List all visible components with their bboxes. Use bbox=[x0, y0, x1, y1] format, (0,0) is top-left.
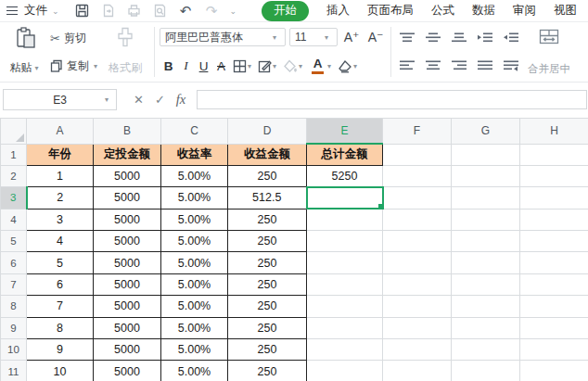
name-box[interactable]: E3 ▾ bbox=[3, 89, 117, 110]
row-header-2[interactable]: 2 bbox=[1, 165, 27, 186]
row-header-7[interactable]: 7 bbox=[1, 273, 27, 295]
tab-页面布局[interactable]: 页面布局 bbox=[367, 3, 414, 19]
cell-D3[interactable]: 512.5 bbox=[228, 187, 307, 209]
cell-D6[interactable]: 250 bbox=[228, 252, 307, 273]
cell-C11[interactable]: 5.00% bbox=[161, 361, 228, 381]
cell-G5[interactable] bbox=[452, 231, 520, 252]
file-menu[interactable]: 文件 ⌄ bbox=[6, 3, 59, 19]
font-color-select[interactable]: A ▾ bbox=[309, 57, 335, 75]
cell-F7[interactable] bbox=[383, 273, 452, 295]
cell-A4[interactable]: 3 bbox=[27, 209, 94, 230]
cell-G8[interactable] bbox=[452, 296, 520, 317]
align-center-button[interactable] bbox=[424, 58, 442, 73]
cancel-button[interactable]: ✕ bbox=[134, 93, 144, 107]
cell-B11[interactable]: 5000 bbox=[94, 361, 161, 381]
fill-color-select[interactable]: ▾ bbox=[283, 59, 306, 73]
cell-G3[interactable] bbox=[452, 187, 520, 209]
cell-G7[interactable] bbox=[452, 273, 520, 295]
cell-H6[interactable] bbox=[520, 252, 588, 273]
cell-F2[interactable] bbox=[383, 165, 452, 186]
cell-B10[interactable]: 5000 bbox=[94, 339, 161, 361]
font-name-select[interactable]: 阿里巴巴普惠体 ▾ bbox=[160, 28, 286, 46]
cell-F1[interactable] bbox=[383, 144, 452, 165]
bold-button[interactable]: B bbox=[160, 57, 177, 75]
cell-E7[interactable] bbox=[307, 273, 383, 295]
shrink-font-button[interactable]: A⁻ bbox=[365, 30, 386, 44]
col-header-F[interactable]: F bbox=[383, 119, 452, 145]
cell-F5[interactable] bbox=[383, 231, 452, 252]
valign-bottom-button[interactable] bbox=[450, 31, 468, 45]
align-right-button[interactable] bbox=[450, 58, 468, 73]
eraser-select[interactable]: ▾ bbox=[338, 59, 361, 73]
tab-插入[interactable]: 插入 bbox=[326, 3, 350, 19]
col-header-C[interactable]: C bbox=[161, 119, 228, 145]
fill-handle[interactable] bbox=[377, 203, 383, 209]
cell-G10[interactable] bbox=[452, 339, 520, 361]
col-header-B[interactable]: B bbox=[94, 119, 161, 145]
cell-D5[interactable]: 250 bbox=[228, 231, 307, 252]
file-menu-label[interactable]: 文件 bbox=[24, 3, 47, 19]
paste-button[interactable]: 粘贴▾ bbox=[6, 25, 46, 79]
cell-D1[interactable]: 收益金额 bbox=[228, 144, 307, 165]
row-header-3[interactable]: 3 bbox=[1, 187, 27, 209]
cell-D9[interactable]: 250 bbox=[228, 317, 307, 338]
cell-B4[interactable]: 5000 bbox=[94, 209, 161, 230]
row-header-8[interactable]: 8 bbox=[1, 296, 27, 317]
col-header-H[interactable]: H bbox=[520, 119, 588, 145]
cell-D10[interactable]: 250 bbox=[228, 339, 307, 361]
cell-G9[interactable] bbox=[452, 317, 520, 338]
cell-C5[interactable]: 5.00% bbox=[161, 231, 228, 252]
cell-G2[interactable] bbox=[452, 165, 520, 186]
cell-H10[interactable] bbox=[520, 339, 588, 361]
decrease-indent-button[interactable] bbox=[476, 31, 494, 45]
cell-F8[interactable] bbox=[383, 296, 452, 317]
row-header-6[interactable]: 6 bbox=[1, 252, 27, 273]
cell-A11[interactable]: 10 bbox=[27, 361, 94, 381]
cell-B8[interactable]: 5000 bbox=[94, 296, 161, 317]
cell-B2[interactable]: 5000 bbox=[94, 165, 161, 186]
cell-E6[interactable] bbox=[307, 252, 383, 273]
wrap-text-button[interactable] bbox=[502, 58, 520, 73]
cell-D8[interactable]: 250 bbox=[228, 296, 307, 317]
cell-A10[interactable]: 9 bbox=[27, 339, 94, 361]
cell-C10[interactable]: 5.00% bbox=[161, 339, 228, 361]
cell-A7[interactable]: 6 bbox=[27, 273, 94, 295]
cell-C1[interactable]: 收益率 bbox=[161, 144, 228, 165]
increase-indent-button[interactable] bbox=[502, 31, 520, 45]
row-header-5[interactable]: 5 bbox=[1, 231, 27, 252]
cell-F11[interactable] bbox=[383, 361, 452, 381]
cell-G11[interactable] bbox=[452, 361, 520, 381]
row-header-1[interactable]: 1 bbox=[1, 144, 27, 165]
align-left-button[interactable] bbox=[398, 58, 416, 73]
cell-F10[interactable] bbox=[383, 339, 452, 361]
cell-E5[interactable] bbox=[307, 231, 383, 252]
cell-C7[interactable]: 5.00% bbox=[161, 273, 228, 295]
cell-C2[interactable]: 5.00% bbox=[161, 165, 228, 186]
save-button[interactable] bbox=[74, 3, 90, 19]
tab-数据[interactable]: 数据 bbox=[472, 3, 495, 19]
cell-C9[interactable]: 5.00% bbox=[161, 317, 228, 338]
cell-E9[interactable] bbox=[307, 317, 383, 338]
cell-A8[interactable]: 7 bbox=[27, 296, 94, 317]
cell-D4[interactable]: 250 bbox=[228, 209, 307, 230]
cell-C6[interactable]: 5.00% bbox=[161, 252, 228, 273]
cell-C3[interactable]: 5.00% bbox=[161, 187, 228, 209]
cell-E8[interactable] bbox=[307, 296, 383, 317]
cell-A2[interactable]: 1 bbox=[27, 165, 94, 186]
cell-A3[interactable]: 2 bbox=[27, 187, 94, 209]
copy-button[interactable]: 复制 ▾ bbox=[50, 57, 101, 75]
valign-middle-button[interactable] bbox=[424, 31, 442, 45]
cell-H9[interactable] bbox=[520, 317, 588, 338]
cell-C8[interactable]: 5.00% bbox=[161, 296, 228, 317]
cell-B5[interactable]: 5000 bbox=[94, 231, 161, 252]
redo-button[interactable]: ↷ bbox=[204, 3, 220, 19]
cell-G6[interactable] bbox=[452, 252, 520, 273]
cell-B1[interactable]: 定投金额 bbox=[94, 144, 161, 165]
cell-H1[interactable] bbox=[520, 144, 588, 165]
cell-B3[interactable]: 5000 bbox=[94, 187, 161, 209]
cell-E4[interactable] bbox=[307, 209, 383, 230]
export-button[interactable] bbox=[100, 3, 116, 19]
cell-E11[interactable] bbox=[307, 361, 383, 381]
cell-F3[interactable] bbox=[383, 187, 452, 209]
cell-H8[interactable] bbox=[520, 296, 588, 317]
